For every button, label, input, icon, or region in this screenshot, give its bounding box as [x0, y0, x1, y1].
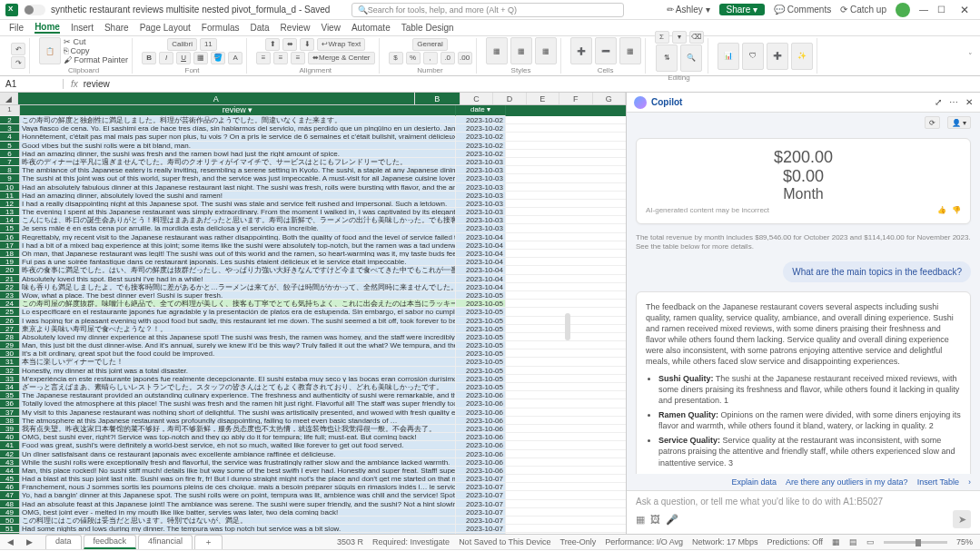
cell-review[interactable]: Oh man, that Japanese restaurant was leg…	[20, 250, 456, 258]
row-1-hdr[interactable]: 1	[0, 105, 20, 116]
col-g[interactable]: G	[593, 93, 626, 104]
italic-button[interactable]: I	[159, 52, 173, 64]
cell-date[interactable]: 2023-10-07	[456, 500, 506, 508]
underline-button[interactable]: U	[176, 52, 191, 64]
cell-date[interactable]: 2023-10-05	[456, 308, 506, 316]
cell-date[interactable]: 2023-10-06	[456, 425, 506, 433]
table-row[interactable]: 6Had an amazing dinner, the sushi was fr…	[0, 150, 626, 158]
tab-home[interactable]: Home	[35, 22, 60, 34]
cell-date[interactable]: 2023-10-03	[456, 166, 506, 174]
cell-review[interactable]: Lo especificaré en el restaurante japoné…	[20, 308, 456, 316]
mic-icon[interactable]: 🎤	[666, 514, 678, 526]
cell-review[interactable]: Yo, had a bangin' dinner at this Japanes…	[20, 491, 456, 499]
action-more-icon[interactable]: ›	[968, 477, 971, 487]
cell-review[interactable]: Vaya fiasco de cena. Yo. El sashimi era …	[20, 124, 456, 133]
cell-review[interactable]: Had some nights and lows during my dinne…	[20, 525, 456, 533]
cell-date[interactable]: 2023-10-05	[456, 367, 506, 375]
row-header[interactable]: 22	[0, 283, 20, 291]
cell-review[interactable]: Honnêtement, c'était pas mal mais pas su…	[20, 133, 456, 141]
select-all-corner[interactable]: ◢	[0, 93, 18, 104]
table-row[interactable]: 26I was hoping for a pleasant evening wi…	[0, 317, 626, 325]
row-header[interactable]: 51	[0, 525, 20, 533]
formula-bar[interactable]: fx review	[64, 79, 980, 89]
table-row[interactable]: 49OMG, best joint ever - melted in my mo…	[0, 508, 626, 517]
cell-date[interactable]: 2023-10-06	[456, 408, 506, 417]
table-row[interactable]: 35The Japanese restaurant provided an ou…	[0, 391, 626, 399]
catchup-button[interactable]: ⟳ Catch up	[840, 5, 886, 15]
row-header[interactable]: 32	[0, 367, 20, 375]
image-icon[interactable]: 🖼	[650, 514, 660, 526]
row-header[interactable]: 41	[0, 441, 20, 449]
col-b[interactable]: B	[415, 93, 460, 104]
row-header[interactable]: 4	[0, 133, 20, 141]
cell-review[interactable]: My visit to this Japanese restaurant was…	[20, 408, 456, 417]
cell-review[interactable]: Je sens mâle é en esta cena por arruille…	[20, 224, 456, 232]
row-header[interactable]: 28	[0, 333, 20, 341]
table-row[interactable]: 19Fui pas à une soirée fantastique dans …	[0, 258, 626, 266]
action-outliers[interactable]: Are there any outliers in my data?	[786, 477, 908, 487]
table-row[interactable]: 39我有点失望。昨夜这家日本餐馆的菜不够好，寿司不够新鲜，服务员态度也不太热情，…	[0, 425, 626, 433]
cell-date[interactable]: 2023-10-05	[456, 333, 506, 341]
cell-date[interactable]: 2023-10-05	[456, 300, 506, 308]
row-header[interactable]: 11	[0, 192, 20, 200]
table-row[interactable]: 17I had a bit of a mixed bag experience …	[0, 241, 626, 250]
table-row[interactable]: 20昨夜の食事に満足でした。はい、寿司の鮮度は抜群だったし、やっぱり力強い大好き…	[0, 266, 626, 274]
cell-date[interactable]: 2023-10-04	[456, 250, 506, 258]
table-row[interactable]: 33M'experiència en este restaurante japo…	[0, 375, 626, 383]
tab-file[interactable]: File	[9, 23, 24, 33]
delete-cells[interactable]: ➖	[595, 37, 617, 64]
cell-review[interactable]: I was hoping for a pleasant evening with…	[20, 317, 456, 325]
cell-review[interactable]: Wow, what a place. The best dinner ever!…	[20, 291, 456, 300]
cell-date[interactable]: 2023-10-03	[456, 183, 506, 192]
table-row[interactable]: 18Oh man, that Japanese restaurant was l…	[0, 250, 626, 258]
cell-date[interactable]: 2023-10-07	[456, 517, 506, 525]
row-header[interactable]: 43	[0, 458, 20, 467]
align-mid[interactable]: ⬌	[282, 38, 297, 51]
user-label[interactable]: ✏ Ashley ▾	[667, 5, 710, 15]
cell-review[interactable]: 東京より美味い寿司屋で食べたような？！。	[20, 325, 456, 333]
close-button[interactable]: ✕	[955, 4, 975, 16]
thumbs-down-icon[interactable]: 👎	[952, 206, 961, 214]
avatar[interactable]	[896, 3, 910, 17]
cell-review[interactable]: M'experiència en este restaurante japoné…	[20, 375, 456, 383]
font-color-button[interactable]: A	[228, 52, 243, 64]
cell-review[interactable]: 味も香りも満足しましたよ。でも接客時間に差があるかと…ラーメンは来てが、餃子は時…	[20, 283, 456, 291]
row-header[interactable]: 42	[0, 450, 20, 458]
header-review[interactable]: review ▾	[20, 105, 456, 116]
cell-review[interactable]: Had an absolute feast at this Japanese j…	[20, 500, 456, 508]
copilot-ribbon[interactable]: ✨	[791, 43, 813, 70]
table-row[interactable]: 37My visit to this Japanese restaurant w…	[0, 408, 626, 417]
row-header[interactable]: 30	[0, 349, 20, 358]
table-row[interactable]: 16Regrettably, my recent visit to the Ja…	[0, 233, 626, 241]
row-header[interactable]: 45	[0, 475, 20, 483]
cell-styles[interactable]: ▦	[535, 37, 557, 64]
action-explain[interactable]: Explain data	[732, 477, 777, 487]
cell-review[interactable]: Had an absolutely fabulous dinner at thi…	[20, 183, 456, 192]
view-page-icon[interactable]: ▤	[849, 537, 857, 546]
row-header[interactable]: 40	[0, 433, 20, 441]
table-row[interactable]: 38The atmosphere at this Japanese restau…	[0, 417, 626, 425]
addins[interactable]: ➕	[767, 43, 788, 70]
cell-review[interactable]: この料理にはこの値段は妥当だと思います。特別ではないが、満足。	[20, 517, 456, 525]
row-header[interactable]: 27	[0, 325, 20, 333]
sheet-nav-right[interactable]: ▶	[26, 537, 33, 546]
table-row[interactable]: 48Had an absolute feast at this Japanese…	[0, 500, 626, 508]
table-row[interactable]: 11Had an amazing dinner, absolutely love…	[0, 192, 626, 200]
cell-date[interactable]: 2023-10-05	[456, 317, 506, 325]
table-row[interactable]: 50この料理にはこの値段は妥当だと思います。特別ではないが、満足。2023-10…	[0, 517, 626, 525]
copilot-refresh[interactable]: ⟳	[925, 116, 940, 129]
copilot-expand-icon[interactable]: ⤢	[935, 97, 942, 107]
dec-dec[interactable]: .00	[458, 52, 472, 64]
comma-button[interactable]: ,	[423, 52, 438, 64]
row-header[interactable]: 5	[0, 142, 20, 150]
cell-date[interactable]: 2023-10-05	[456, 325, 506, 333]
copilot-close-icon[interactable]: ✕	[965, 97, 973, 107]
paste-button[interactable]: 📋	[39, 37, 61, 64]
clear-button[interactable]: ⌫	[689, 31, 704, 44]
sheet-nav-left[interactable]: ◀	[7, 537, 14, 546]
zoom-value[interactable]: 75%	[956, 537, 973, 546]
cell-date[interactable]: 2023-10-03	[456, 216, 506, 224]
view-normal-icon[interactable]: ▦	[832, 537, 840, 546]
cond-fmt[interactable]: ▦	[486, 37, 508, 64]
row-header[interactable]: 46	[0, 483, 20, 491]
